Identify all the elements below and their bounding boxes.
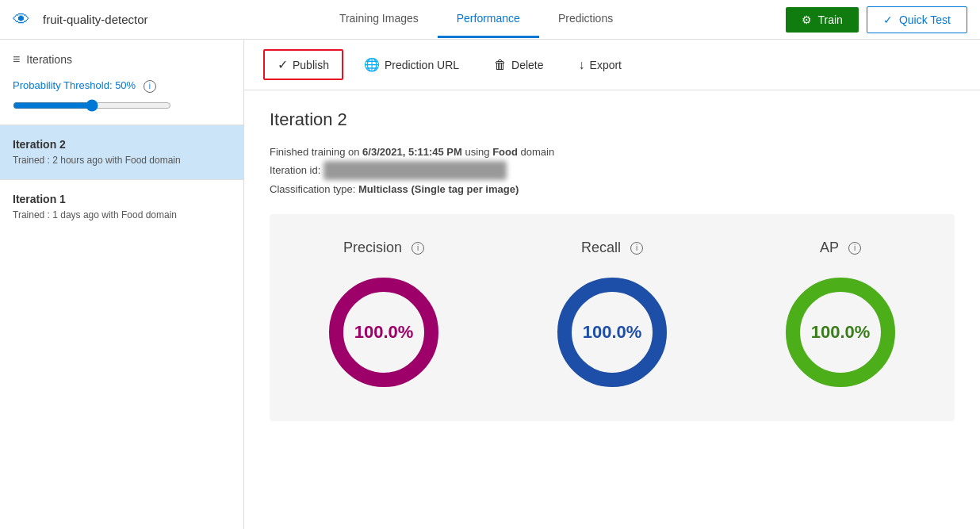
- iterations-section-title: ≡ Iterations: [0, 40, 243, 73]
- precision-metric: Precision i 100.0%: [320, 240, 447, 396]
- check-icon: ✓: [883, 13, 893, 26]
- iteration-1-name: Iteration 1: [13, 193, 231, 205]
- precision-value: 100.0%: [354, 322, 414, 343]
- export-icon: ↓: [579, 58, 585, 72]
- main-content: Iteration 2 Finished training on 6/3/202…: [244, 90, 980, 529]
- iteration-1-item[interactable]: Iteration 1 Trained : 1 days ago with Fo…: [0, 179, 243, 235]
- top-bar-actions: ⚙ Train ✓ Quick Test: [786, 6, 968, 33]
- main-layout: ≡ Iterations Probability Threshold: 50% …: [0, 40, 980, 529]
- globe-icon: 🌐: [364, 57, 380, 72]
- prediction-url-button[interactable]: 🌐 Prediction URL: [350, 49, 473, 80]
- metrics-panel: Precision i 100.0% Recall: [270, 214, 955, 421]
- ap-info-icon[interactable]: i: [848, 242, 861, 255]
- precision-info-icon[interactable]: i: [412, 242, 424, 255]
- recall-chart: 100.0%: [549, 269, 676, 396]
- content-area: ✓ Publish 🌐 Prediction URL 🗑 Delete ↓ Ex…: [244, 40, 980, 529]
- nav-tabs: Training Images Performance Predictions: [174, 1, 779, 38]
- probability-slider[interactable]: [13, 99, 171, 112]
- publish-check-icon: ✓: [278, 57, 288, 72]
- probability-value: 50%: [115, 79, 136, 91]
- domain-name: Food: [492, 146, 518, 158]
- sidebar: ≡ Iterations Probability Threshold: 50% …: [0, 40, 244, 529]
- app-icon: 👁: [13, 10, 30, 30]
- export-button[interactable]: ↓ Export: [565, 50, 636, 80]
- recall-value: 100.0%: [583, 322, 642, 343]
- ap-label: AP i: [820, 240, 861, 256]
- iteration-title: Iteration 2: [270, 109, 955, 130]
- publish-button[interactable]: ✓ Publish: [263, 49, 343, 80]
- slider-row: [13, 99, 231, 112]
- precision-label: Precision i: [343, 240, 424, 256]
- trash-icon: 🗑: [494, 58, 507, 72]
- iteration-1-desc: Trained : 1 days ago with Food domain: [13, 209, 231, 222]
- iteration-2-item[interactable]: Iteration 2 Trained : 2 hours ago with F…: [0, 125, 243, 180]
- gear-icon: ⚙: [802, 13, 812, 26]
- training-date: 6/3/2021, 5:11:45 PM: [362, 146, 462, 158]
- ap-metric: AP i 100.0%: [777, 240, 904, 396]
- app-name: fruit-quality-detector: [43, 13, 148, 26]
- classification-label: Classification type:: [270, 183, 358, 195]
- iteration-id-value: [323, 161, 507, 179]
- recall-info-icon[interactable]: i: [630, 242, 643, 255]
- probability-section: Probability Threshold: 50% i: [0, 73, 243, 125]
- recall-label: Recall i: [581, 240, 643, 256]
- delete-button[interactable]: 🗑 Delete: [480, 50, 557, 80]
- probability-info-icon[interactable]: i: [144, 80, 156, 93]
- ap-value: 100.0%: [811, 322, 871, 343]
- tab-predictions[interactable]: Predictions: [539, 1, 632, 38]
- tab-training-images[interactable]: Training Images: [320, 1, 438, 38]
- quick-test-button[interactable]: ✓ Quick Test: [867, 6, 967, 33]
- iteration-id-label: Iteration id:: [270, 164, 323, 176]
- iteration-meta: Finished training on 6/3/2021, 5:11:45 P…: [270, 143, 955, 198]
- probability-label: Probability Threshold: 50% i: [13, 79, 231, 93]
- precision-chart: 100.0%: [320, 269, 447, 396]
- tab-performance[interactable]: Performance: [438, 1, 539, 38]
- toolbar: ✓ Publish 🌐 Prediction URL 🗑 Delete ↓ Ex…: [244, 40, 980, 90]
- ap-chart: 100.0%: [777, 269, 904, 396]
- classification-type: Multiclass (Single tag per image): [358, 183, 519, 195]
- iteration-2-desc: Trained : 2 hours ago with Food domain: [13, 154, 231, 167]
- training-info-text: Finished training on: [270, 146, 362, 158]
- layers-icon: ≡: [13, 52, 20, 67]
- top-bar: 👁 fruit-quality-detector Training Images…: [0, 0, 980, 40]
- iteration-2-name: Iteration 2: [13, 138, 231, 151]
- train-button[interactable]: ⚙ Train: [786, 7, 859, 33]
- recall-metric: Recall i 100.0%: [549, 240, 676, 396]
